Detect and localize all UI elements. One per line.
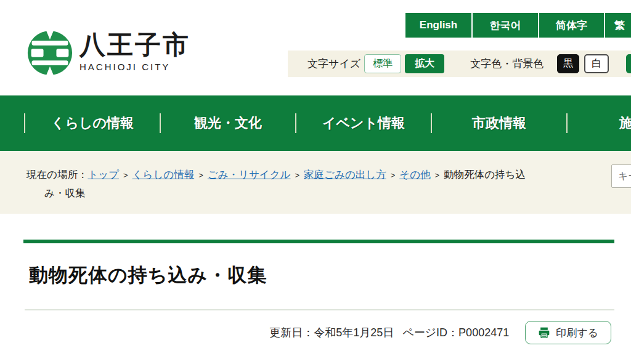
city-name: 八王子市: [79, 30, 190, 60]
breadcrumb-link-top[interactable]: トップ: [88, 169, 119, 180]
hachioji-city-emblem-icon: [26, 30, 73, 76]
breadcrumb-label: 現在の場所：: [26, 169, 88, 180]
page-title: 動物死体の持ち込み・収集: [29, 262, 267, 288]
color-black-button[interactable]: 黒: [557, 54, 579, 73]
page-root: { "colors": { "brand_green": "#0e7d3c", …: [0, 0, 631, 364]
lang-korean-button[interactable]: 한국어: [471, 13, 538, 38]
nav-item-event-info[interactable]: イベント情報: [296, 95, 431, 151]
color-white-button[interactable]: 白: [584, 54, 609, 73]
breadcrumb-separator: >: [435, 171, 440, 180]
breadcrumb-link-garbage-recycle[interactable]: ごみ・リサイクル: [208, 169, 291, 180]
page-id: ページID：P0002471: [402, 325, 509, 340]
breadcrumb-separator: >: [391, 171, 396, 180]
printer-icon: [538, 326, 550, 339]
site-logo[interactable]: 八王子市 HACHIOJI CITY: [26, 30, 190, 76]
breadcrumb-separator: >: [198, 171, 203, 180]
nav-item-tourism-culture[interactable]: 観光・文化: [160, 95, 296, 151]
utility-bar: 文字サイズ 標準 拡大 文字色・背景色 黒 白: [288, 51, 631, 77]
breadcrumb-separator: >: [123, 171, 128, 180]
keyword-search-input[interactable]: [611, 164, 631, 188]
nav-item-facilities[interactable]: 施設: [567, 95, 631, 151]
city-name-en: HACHIOJI CITY: [79, 62, 190, 72]
lang-traditional-chinese-button[interactable]: 繁: [604, 13, 631, 38]
lang-simplified-chinese-button[interactable]: 简体字: [538, 13, 604, 38]
breadcrumb-link-household-garbage[interactable]: 家庭ごみの出し方: [304, 169, 386, 180]
print-button[interactable]: 印刷する: [525, 321, 611, 344]
title-bottom-rule: [25, 309, 614, 310]
font-size-enlarge-button[interactable]: 拡大: [405, 54, 444, 73]
logo-text: 八王子市 HACHIOJI CITY: [79, 30, 190, 72]
breadcrumb-separator: >: [295, 171, 300, 180]
breadcrumb-strip: 現在の場所：トップ>くらしの情報>ごみ・リサイクル>家庭ごみの出し方>その他>動…: [0, 151, 631, 214]
text-color-label: 文字色・背景色: [470, 57, 543, 71]
breadcrumb-link-living-info[interactable]: くらしの情報: [132, 169, 195, 180]
breadcrumb-link-other[interactable]: その他: [399, 169, 430, 180]
font-size-standard-button[interactable]: 標準: [364, 54, 401, 73]
nav-item-city-government[interactable]: 市政情報: [431, 95, 567, 151]
updated-date: 更新日：令和5年1月25日: [269, 325, 394, 340]
global-nav: くらしの情報 観光・文化 イベント情報 市政情報 施設: [0, 95, 631, 151]
title-top-rule: [23, 240, 614, 243]
print-button-label: 印刷する: [556, 326, 598, 340]
breadcrumb: 現在の場所：トップ>くらしの情報>ごみ・リサイクル>家庭ごみの出し方>その他>動…: [26, 166, 532, 202]
language-bar: English 한국어 简体字 繁: [405, 13, 631, 38]
nav-item-living-info[interactable]: くらしの情報: [25, 95, 160, 151]
lang-english-button[interactable]: English: [405, 13, 471, 38]
color-green-button[interactable]: [626, 54, 631, 73]
page-meta-row: 更新日：令和5年1月25日 ページID：P0002471 印刷する: [269, 321, 611, 344]
font-size-label: 文字サイズ: [307, 57, 360, 71]
